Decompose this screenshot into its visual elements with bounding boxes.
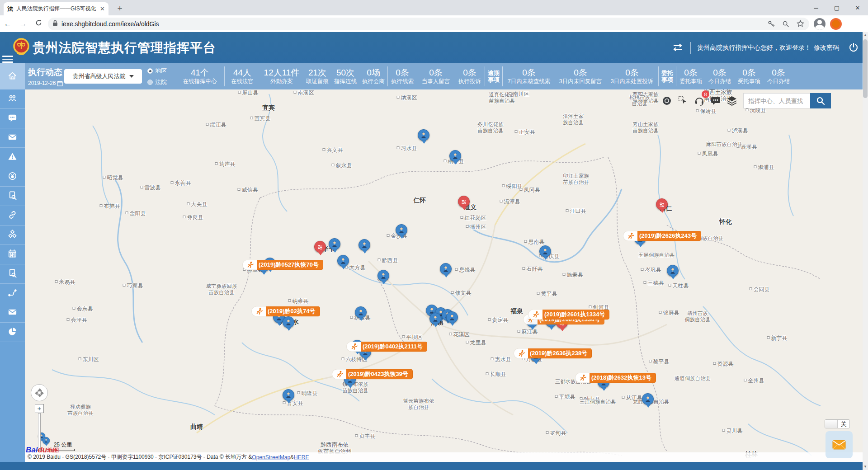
sidebar-item-link[interactable] [0,206,25,226]
stat-item[interactable]: 21次取证留痕 [303,68,331,85]
browser-extension-icon[interactable] [830,18,842,30]
password-key-icon[interactable] [767,20,775,28]
stat-item[interactable]: 41个在线指挥中心 [175,68,224,85]
sidebar-item-chat[interactable] [0,109,25,128]
officer-marker[interactable] [418,129,429,141]
vertical-scrollbar[interactable]: ▲ ▼ [863,32,868,470]
radio-court-dot[interactable] [147,80,153,85]
sidebar-item-home[interactable] [0,63,25,89]
tab-close-icon[interactable]: ✕ [100,5,105,12]
attribution-link[interactable]: HERE [294,454,309,461]
sidebar-item-doc-search[interactable] [0,187,25,206]
officer-marker[interactable] [42,437,50,444]
stat-item[interactable]: 0条3日内未回复留言 [555,68,606,85]
stat-item[interactable]: 0条执行投诉 [455,68,485,85]
swap-arrows-icon[interactable] [671,42,684,54]
radio-region[interactable]: 地区 [147,67,167,75]
stat-item[interactable]: 12人11件外勤办案 [260,68,303,85]
stat-item[interactable]: 0条7日内未核查线索 [503,68,555,85]
search-input[interactable] [743,93,810,108]
officer-marker[interactable] [359,239,370,251]
officer-marker[interactable] [355,306,367,318]
stat-item[interactable]: 44人在线法官 [225,68,260,85]
sidebar-item-mail[interactable] [0,303,25,323]
scroll-down-arrow[interactable]: ▼ [863,464,868,470]
stat-item[interactable]: 0条3日内未处置投诉 [606,68,658,85]
window-minimize-button[interactable]: ─ [806,0,826,15]
locate-lens-icon[interactable] [660,94,674,108]
officer-marker[interactable] [396,224,407,236]
stat-item[interactable]: 0条受托事项 [734,68,764,85]
select-cursor-icon[interactable] [676,94,690,108]
case-label[interactable]: (2019)黔2626执243号 [623,231,701,241]
case-label[interactable]: (2019)黔0402执2111号 [346,342,427,352]
case-label[interactable]: (2018)黔2632执恢13号 [575,373,656,383]
map-canvas[interactable]: 8 + − 关 [25,89,863,462]
zoom-slider[interactable] [38,413,41,450]
stat-item[interactable]: 0场执行会商 [359,68,387,85]
sidebar-item-finance[interactable] [0,167,25,187]
map-pan-control[interactable] [31,384,48,401]
attribution-link[interactable]: OpenStreetMap [252,454,290,461]
browser-profile-avatar[interactable] [814,18,826,30]
zoom-in-button[interactable]: + [35,404,44,413]
sidebar-item-flow[interactable] [0,284,25,303]
court-select-dropdown[interactable]: 贵州省高级人民法院 [64,69,142,84]
headset-icon[interactable]: 8 [693,94,706,108]
officer-marker[interactable] [329,238,340,250]
officer-marker[interactable] [667,265,679,277]
case-label[interactable]: (2019)黔02执74号 [251,306,320,317]
alert-marker[interactable] [458,196,470,207]
scrollbar-thumb[interactable] [863,39,868,98]
radio-region-dot[interactable] [147,68,153,74]
alert-marker[interactable] [656,198,668,210]
radio-court[interactable]: 法院 [147,78,167,86]
stat-item[interactable]: 0条今日办结 [705,68,734,85]
officer-marker[interactable] [539,245,551,257]
back-button[interactable]: ← [0,19,15,28]
menu-hamburger-icon[interactable] [2,54,13,65]
officer-marker[interactable] [337,255,349,267]
sidebar-item-alert[interactable] [0,148,25,167]
officer-marker[interactable] [642,393,654,405]
sidebar-item-calendar[interactable] [0,245,25,264]
logout-power-icon[interactable] [848,42,859,55]
search-button[interactable] [810,93,831,108]
layers-icon[interactable] [725,94,739,108]
officer-marker[interactable] [283,389,294,401]
officer-marker[interactable] [377,270,389,282]
officer-marker[interactable] [449,150,461,162]
sidebar-item-mail[interactable] [0,128,25,148]
officer-marker[interactable] [446,311,458,323]
browser-tab[interactable]: 法 人民法院执行指挥——GIS可视化 ✕ [4,2,108,15]
case-label[interactable]: (2019)黔0527执恢70号 [242,260,323,270]
new-tab-button[interactable]: + [115,4,125,14]
message-bubble-icon[interactable] [709,94,722,108]
alert-marker[interactable] [314,241,326,253]
window-maximize-button[interactable]: ▢ [826,0,847,15]
panel-close-toggle[interactable]: 关 [825,419,850,428]
stat-item[interactable]: 50次指挥连线 [331,68,359,85]
sidebar-item-cubes[interactable] [0,226,25,245]
sidebar-item-doc-search[interactable] [0,264,25,284]
zoom-icon[interactable] [782,20,790,28]
stat-item[interactable]: 0条委托事项 [676,68,705,85]
case-label[interactable]: (2019)黔0423执恢39号 [332,369,413,380]
sidebar-item-pie[interactable] [0,323,25,342]
officer-marker[interactable] [440,263,452,275]
change-password-link[interactable]: 修改密码 [814,44,839,52]
stat-item[interactable]: 0条今日办结 [764,68,793,85]
window-close-button[interactable]: ✕ [847,0,868,15]
sidebar-item-team[interactable] [0,89,25,109]
officer-marker[interactable] [283,316,294,328]
forward-button[interactable]: → [15,19,31,28]
reload-button[interactable] [31,19,46,29]
officer-marker[interactable] [429,313,441,324]
case-label[interactable]: (2019)黔2636执238号 [514,348,592,359]
calendar-icon[interactable] [57,80,63,86]
bookmark-star-icon[interactable] [796,19,805,28]
message-panel-button[interactable] [826,431,853,458]
stat-item[interactable]: 0条执行线索 [388,68,417,85]
case-label[interactable]: (2019)黔2601执1334号 [528,310,609,320]
scroll-up-arrow[interactable]: ▲ [863,32,868,38]
